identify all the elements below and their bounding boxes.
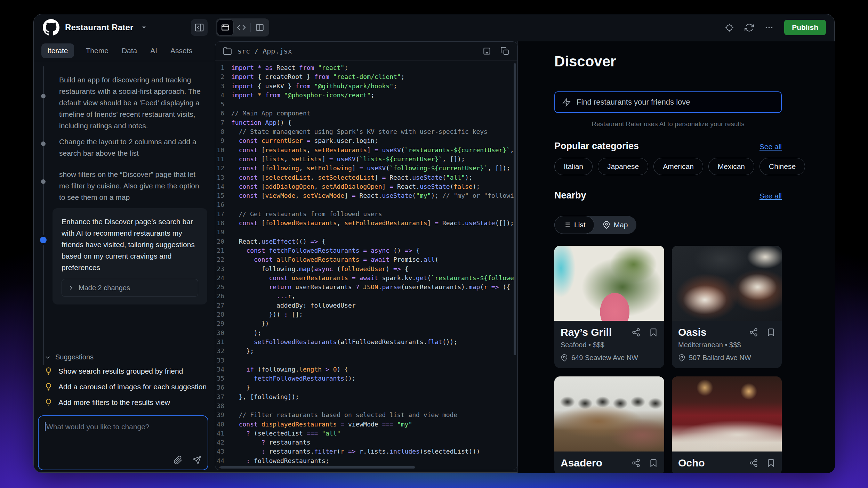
restaurant-card[interactable]: Ray’s Grill Seafood • $$$ 649 Seaview Av… — [554, 246, 664, 368]
divider — [250, 23, 251, 32]
more-options-button[interactable] — [764, 23, 774, 32]
code-line: 28 })) : []; — [215, 310, 517, 319]
restaurant-grid: Ray’s Grill Seafood • $$$ 649 Seaview Av… — [554, 246, 782, 473]
ellipsis-icon — [764, 23, 774, 32]
print-button[interactable] — [482, 47, 491, 56]
code-line: 25 return userRestaurants ? JSON.parse(u… — [215, 283, 517, 292]
split-view-button[interactable] — [252, 20, 268, 35]
tab-theme[interactable]: Theme — [85, 43, 110, 58]
code-line: 8 // State management using Spark's KV s… — [215, 127, 517, 136]
horizontal-scrollbar[interactable] — [220, 466, 415, 469]
publish-button[interactable]: Publish — [784, 20, 826, 35]
timeline-item[interactable]: Change the layout to 2 columns and add a… — [59, 136, 201, 159]
suggestion-item[interactable]: Show search results grouped by friend — [44, 367, 183, 375]
tab-data[interactable]: Data — [120, 43, 138, 58]
attach-button[interactable] — [174, 456, 183, 465]
restaurant-address: 507 Ballard Ave NW — [689, 354, 751, 362]
send-button[interactable] — [192, 456, 201, 465]
code-line: 14 const [addDialogOpen, setAddDialogOpe… — [215, 182, 517, 191]
restaurant-address: 649 Seaview Ave NW — [571, 354, 638, 362]
map-pin-icon — [678, 354, 685, 361]
chip-mexican[interactable]: Mexican — [708, 158, 754, 175]
bookmark-icon[interactable] — [649, 328, 658, 337]
page: { "app": { "title": "Restaurant Rater", … — [0, 0, 868, 488]
app-title: Restaurant Rater — [65, 23, 134, 32]
chevron-right-icon — [67, 284, 74, 291]
timeline-rail — [43, 66, 44, 365]
bookmark-icon[interactable] — [649, 458, 658, 467]
share-icon[interactable] — [749, 458, 758, 467]
code-line: 7function App() { — [215, 118, 517, 127]
header-actions: Publish — [725, 19, 826, 36]
bookmark-icon[interactable] — [766, 328, 775, 337]
search-helper-text: Restaurant Rater uses AI to personalize … — [554, 120, 782, 128]
refresh-button[interactable] — [745, 23, 754, 32]
code-line: 11 const [lists, setLists] = useKV(`list… — [215, 155, 517, 164]
copy-button[interactable] — [500, 47, 509, 56]
timeline-item-active[interactable]: Enhance the Discover page’s search bar w… — [53, 208, 207, 304]
tab-assets[interactable]: Assets — [169, 43, 194, 58]
made-changes-button[interactable]: Made 2 changes — [62, 279, 198, 297]
brand[interactable]: Restaurant Rater — [43, 19, 147, 36]
code-view-button[interactable] — [233, 20, 249, 35]
code-line: 34 if (following.length > 0) { — [215, 365, 517, 374]
code-line: 32 }; — [215, 347, 517, 356]
folder-icon[interactable] — [223, 47, 232, 56]
code-area[interactable]: 1import * as React from "react";2import … — [215, 60, 517, 468]
code-line: 9 const currentUser = spark.user.login; — [215, 136, 517, 145]
code-line: 39 // Filter restaurants based on select… — [215, 410, 517, 420]
map-pin-icon — [561, 354, 568, 361]
code-line: 35 fetchFollowedRestaurants(); — [215, 374, 517, 383]
code-line: 24 const userRestaurants = await spark.k… — [215, 274, 517, 283]
chip-chinese[interactable]: Chinese — [760, 158, 805, 175]
timeline-item-text: Enhance the Discover page’s search bar w… — [62, 216, 198, 273]
timeline-item[interactable]: Build an app for discovering and trackin… — [59, 74, 201, 131]
search-input[interactable]: Find restaurants your friends love — [554, 91, 782, 113]
preview-view-button[interactable] — [217, 20, 233, 35]
list-icon — [563, 221, 571, 229]
chip-japanese[interactable]: Japanese — [598, 158, 648, 175]
nearby-see-all-link[interactable]: See all — [760, 192, 782, 200]
restaurant-card[interactable]: Oasis Mediterranean • $$$ 507 Ballard Av… — [672, 246, 782, 368]
chip-american[interactable]: American — [653, 158, 703, 175]
code-line: 43 : restaurants.filter(r => r.lists.inc… — [215, 447, 517, 456]
chip-italian[interactable]: Italian — [554, 158, 593, 175]
suggestion-item[interactable]: Add more filters to the results view — [44, 398, 170, 407]
target-button[interactable] — [725, 23, 734, 32]
toggle-map-button[interactable]: Map — [594, 216, 636, 234]
code-line: 17 // Get restaurants from followed user… — [215, 210, 517, 219]
restaurant-card[interactable]: Asadero — [554, 376, 664, 473]
tab-ai[interactable]: AI — [149, 43, 159, 58]
bookmark-icon[interactable] — [766, 458, 775, 467]
header: Restaurant Rater — [34, 14, 834, 41]
popular-see-all-link[interactable]: See all — [760, 143, 782, 151]
suggestion-item[interactable]: Add a carousel of images for each sugges… — [44, 382, 207, 391]
prompt-input[interactable]: What would you like to change? — [38, 415, 208, 470]
code-line: 3import { useKV } from "@github/spark/ho… — [215, 82, 517, 91]
chevron-down-icon[interactable] — [140, 24, 147, 31]
code-line: 6// Main App component — [215, 109, 517, 118]
collapse-sidebar-button[interactable] — [191, 19, 208, 36]
divider — [34, 61, 215, 61]
suggestions-header[interactable]: Suggestions — [44, 353, 94, 361]
send-icon — [192, 456, 201, 465]
suggestion-text: Show search results grouped by friend — [58, 367, 183, 375]
tab-iterate[interactable]: Iterate — [41, 43, 74, 58]
share-icon[interactable] — [632, 458, 641, 467]
nearby-title: Nearby — [554, 190, 586, 201]
code-line: 31 setFollowedRestaurants(allFollowedRes… — [215, 337, 517, 347]
split-columns-icon — [255, 23, 264, 32]
suggestion-text: Add a carousel of images for each sugges… — [58, 383, 207, 391]
restaurant-meta: Seafood • $$$ — [561, 341, 658, 349]
code-line: 20 React.useEffect(() => { — [215, 237, 517, 246]
timeline-item[interactable]: show filters on the “Discover” page that… — [59, 169, 201, 203]
refresh-icon — [745, 23, 754, 32]
browser-icon — [221, 23, 230, 32]
restaurant-card[interactable]: Ocho — [672, 376, 782, 473]
code-line: 21 const fetchFollowedRestaurants = asyn… — [215, 246, 517, 255]
share-icon[interactable] — [749, 328, 758, 337]
vertical-scrollbar[interactable] — [514, 63, 516, 355]
share-icon[interactable] — [632, 328, 641, 337]
toggle-list-button[interactable]: List — [554, 216, 594, 234]
prompt-placeholder: What would you like to change? — [46, 423, 150, 431]
